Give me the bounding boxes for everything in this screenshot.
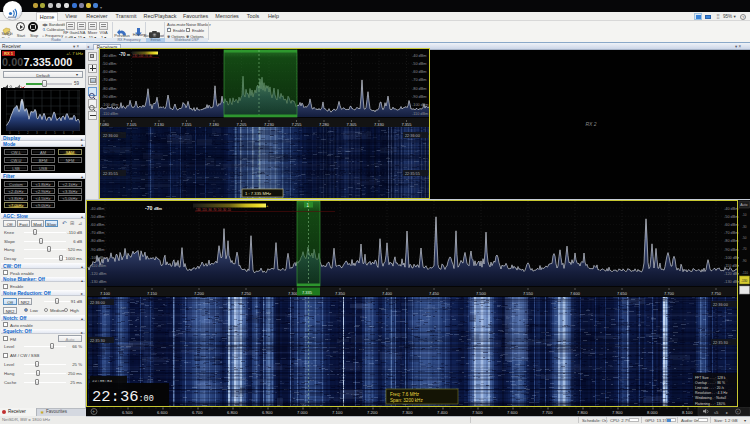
svg-text:22:36:00: 22:36:00 — [103, 134, 118, 138]
svg-text:s5: s5 — [714, 410, 719, 415]
svg-text:Flattening . . : 130%: Flattening . . : 130% — [695, 402, 725, 406]
svg-text:-50 dBm: -50 dBm — [412, 62, 426, 66]
svg-text:7.600: 7.600 — [507, 410, 518, 415]
svg-text:-110: -110 — [742, 271, 748, 275]
svg-text:-90 dBm: -90 dBm — [102, 95, 116, 99]
svg-text:7.400: 7.400 — [382, 291, 393, 296]
svg-text:-80 dBm: -80 dBm — [102, 87, 116, 91]
svg-text:6.900: 6.900 — [262, 410, 273, 415]
svg-text:7.500: 7.500 — [472, 410, 483, 415]
svg-text:Overlap . . . . : 86 %: Overlap . . . . : 86 % — [695, 381, 725, 385]
svg-text:Resolution . . : 4.3 Hz: Resolution . . : 4.3 Hz — [695, 391, 728, 395]
svg-text:-70 dBm: -70 dBm — [412, 78, 426, 82]
svg-text:-50: -50 — [742, 236, 747, 240]
svg-text:7.305: 7.305 — [347, 122, 358, 127]
svg-text:-70: -70 — [742, 247, 747, 251]
svg-text:7.700: 7.700 — [664, 291, 675, 296]
svg-text:7.230: 7.230 — [264, 122, 275, 127]
svg-text:Windowing . : Nuttall: Windowing . : Nuttall — [695, 396, 726, 400]
svg-text:7.300: 7.300 — [402, 410, 413, 415]
svg-text:Auto: Auto — [740, 203, 747, 207]
svg-text:22:35:55: 22:35:55 — [103, 172, 118, 176]
svg-text:7.105: 7.105 — [127, 122, 138, 127]
svg-text:22:35:30: 22:35:30 — [713, 341, 728, 345]
svg-text:-40 dBm: -40 dBm — [102, 54, 116, 58]
svg-text:7.080: 7.080 — [99, 122, 110, 127]
svg-text:-130 -100 -70 -40: -130 -100 -70 -40 — [132, 54, 153, 58]
svg-text:22:36:00: 22:36:00 — [713, 303, 728, 307]
svg-text:-70 dBm: -70 dBm — [90, 231, 104, 235]
svg-text:7.205: 7.205 — [237, 122, 248, 127]
svg-text:7.255: 7.255 — [292, 122, 303, 127]
svg-text:22:35:55: 22:35:55 — [405, 172, 420, 176]
svg-text:7.130: 7.130 — [154, 122, 165, 127]
svg-text:22:35:30: 22:35:30 — [90, 339, 105, 343]
svg-text:7.650: 7.650 — [617, 291, 628, 296]
svg-text:-80 dBm: -80 dBm — [412, 87, 426, 91]
svg-text:-30: -30 — [742, 225, 747, 229]
svg-text:7.100: 7.100 — [100, 291, 111, 296]
svg-text:7.280: 7.280 — [319, 122, 330, 127]
svg-text:7.250: 7.250 — [241, 291, 252, 296]
svg-text:-60 dBm: -60 dBm — [102, 70, 116, 74]
svg-text:7.180: 7.180 — [209, 122, 220, 127]
svg-text:Freq: 7.6 MHz: Freq: 7.6 MHz — [390, 392, 420, 397]
svg-text:-130 -110 -90 -70 -50 -30: -130 -110 -90 -70 -50 -30 -10 — [195, 208, 231, 212]
svg-text:7.335: 7.335 — [302, 290, 313, 295]
svg-text:7.200: 7.200 — [367, 410, 378, 415]
svg-text:+: + — [92, 409, 95, 414]
svg-text:-10: -10 — [742, 213, 747, 217]
svg-text:-110 dBm: -110 dBm — [102, 112, 118, 116]
svg-text:-90 dBm: -90 dBm — [724, 248, 738, 252]
svg-text:7.800: 7.800 — [577, 410, 588, 415]
svg-text:7.350: 7.350 — [335, 291, 346, 296]
svg-text:6.600: 6.600 — [157, 410, 168, 415]
svg-text:7.700: 7.700 — [542, 410, 553, 415]
svg-text:-80 dBm: -80 dBm — [90, 239, 104, 243]
svg-text:-110 dBm: -110 dBm — [412, 112, 428, 116]
svg-text:7.200: 7.200 — [194, 291, 205, 296]
svg-text:-120 dBm: -120 dBm — [90, 272, 106, 276]
svg-text:7.500: 7.500 — [476, 291, 487, 296]
svg-text:7.750: 7.750 — [711, 291, 722, 296]
svg-text:7.100: 7.100 — [332, 410, 343, 415]
svg-text:7.000: 7.000 — [297, 410, 308, 415]
svg-text:-40 dBm: -40 dBm — [90, 207, 104, 211]
svg-text:-90 dBm: -90 dBm — [90, 248, 104, 252]
svg-text:7.450: 7.450 — [429, 291, 440, 296]
svg-text:8.000: 8.000 — [647, 410, 658, 415]
svg-text:-80 dBm: -80 dBm — [724, 239, 738, 243]
svg-text:7.400: 7.400 — [437, 410, 448, 415]
svg-text:-130: -130 — [741, 279, 748, 283]
svg-text:7.330: 7.330 — [374, 122, 385, 127]
svg-text:-100 dBm: -100 dBm — [90, 256, 106, 260]
svg-text:FFT Size . . . : 128 k: FFT Size . . . : 128 k — [695, 376, 726, 380]
svg-text:7.600: 7.600 — [570, 291, 581, 296]
svg-text:×: × — [737, 410, 739, 414]
svg-text:-100 dBm: -100 dBm — [102, 103, 118, 107]
svg-text:6.800: 6.800 — [227, 410, 238, 415]
svg-text:-50 dBm: -50 dBm — [90, 215, 104, 219]
svg-text:-90: -90 — [742, 259, 747, 263]
svg-text:Span: 3200 kHz: Span: 3200 kHz — [390, 398, 423, 403]
svg-text:-60 dBm: -60 dBm — [90, 223, 104, 227]
svg-text:7.355: 7.355 — [402, 122, 413, 127]
svg-text:7.155: 7.155 — [182, 122, 193, 127]
svg-text:-60 dBm: -60 dBm — [724, 223, 738, 227]
svg-text:-60 dBm: -60 dBm — [412, 70, 426, 74]
svg-text:22:36:00: 22:36:00 — [90, 301, 105, 305]
svg-text:-40 dBm: -40 dBm — [412, 54, 426, 58]
svg-text:-40 dBm: -40 dBm — [724, 207, 738, 211]
svg-text:7.900: 7.900 — [612, 410, 623, 415]
svg-text:-50 dBm: -50 dBm — [724, 215, 738, 219]
svg-text:-130 dBm: -130 dBm — [90, 280, 106, 284]
svg-text:22:35:04: 22:35:04 — [92, 379, 113, 383]
svg-text:6.700: 6.700 — [192, 410, 203, 415]
svg-text:7.150: 7.150 — [147, 291, 158, 296]
svg-text:-100 dBm: -100 dBm — [412, 103, 428, 107]
svg-text:-70 dBm: -70 dBm — [102, 78, 116, 82]
svg-text:6.500: 6.500 — [122, 410, 133, 415]
svg-text:1 : 7.335 MHz: 1 : 7.335 MHz — [245, 191, 271, 196]
svg-text:-90 dBm: -90 dBm — [412, 95, 426, 99]
svg-text:-50 dBm: -50 dBm — [102, 62, 116, 66]
